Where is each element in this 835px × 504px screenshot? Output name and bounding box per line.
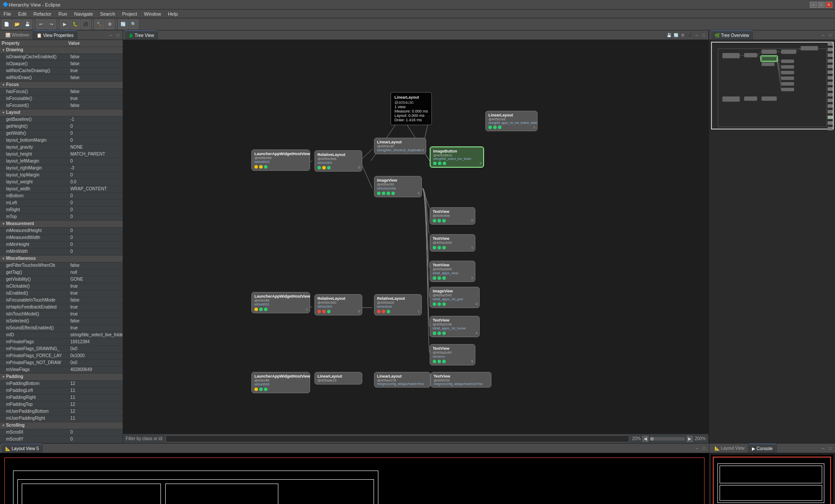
prop-layout-topMargin[interactable]: layout_topMargin 0 (0, 172, 123, 179)
prop-isOpaque[interactable]: isOpaque() false (0, 61, 123, 68)
zoom-in-btn[interactable]: ◀ (642, 436, 648, 442)
tree-node-12[interactable]: TextView @405a2c60 id/menu 5 (430, 344, 475, 365)
menu-project[interactable]: Project (119, 10, 140, 17)
console-content[interactable] (709, 453, 835, 504)
tree-node-4[interactable]: LinearLayout @405b7e8 string/all_apps_no… (485, 111, 538, 131)
group-padding[interactable]: ▼Padding (0, 374, 123, 381)
tree-node-9[interactable]: TextView @405a2000 id/all_apps_view 2 (430, 261, 475, 282)
tb-build[interactable]: 🔨 (94, 20, 104, 29)
tree-node-17[interactable]: LinearLayout @405ade10 (314, 372, 362, 385)
tree-node-5[interactable]: ImageButton @40526620 string/title_selec… (430, 146, 484, 168)
layout-maximize[interactable]: □ (701, 445, 707, 451)
prop-getBaseline[interactable]: getBaseline() -1 (0, 116, 123, 123)
tree-node-18[interactable]: LinearLayout @405ae278 integresconfig_al… (374, 372, 431, 388)
prop-mScrollY[interactable]: mScrollY 0 (0, 436, 123, 443)
prop-getWidth[interactable]: getWidth() 0 (0, 130, 123, 137)
prop-layout-height[interactable]: layout_height MATCH_PARENT (0, 151, 123, 158)
tb-open[interactable]: 📂 (12, 20, 22, 29)
tab-view-properties[interactable]: 📋 View Properties (33, 30, 77, 40)
tab-tree-view[interactable]: 🌲 Tree View (125, 30, 158, 40)
tab-layout-view-console[interactable]: 📐 Layout View (711, 444, 748, 453)
maximize-button[interactable]: □ (818, 2, 825, 8)
tree-stop-btn[interactable]: ⬛ (687, 32, 693, 38)
prop-mViewFlags[interactable]: mViewFlags 402800649 (0, 367, 123, 374)
prop-layout-leftMargin[interactable]: layout_leftMargin 0 (0, 158, 123, 165)
maximize-panel-btn[interactable]: □ (115, 32, 121, 38)
filter-input[interactable] (166, 435, 629, 442)
group-misc[interactable]: ▼Miscellaneous (0, 255, 123, 262)
menu-search[interactable]: Search (97, 10, 119, 17)
tb-new[interactable]: 📄 (2, 20, 11, 29)
menu-help[interactable]: Help (164, 10, 181, 17)
minimize-panel-btn[interactable]: ─ (108, 32, 114, 38)
prop-layout-gravity[interactable]: layout_gravity NONE (0, 144, 123, 151)
tree-node-6[interactable]: ImageView @4054c50 id/horizontal 0 (374, 176, 422, 197)
tree-node-15[interactable]: RelativeLayout @4059a28 id/vertical 1 (374, 294, 422, 315)
tree-node-3[interactable]: LinearLayout @4054c30 string/btn_shortcu… (374, 138, 426, 154)
console-maximize[interactable]: □ (827, 445, 833, 451)
prop-mPrivateFlags-FORCE[interactable]: mPrivateFlags_FORCE_LAY 0x1000 (0, 353, 123, 360)
prop-mID[interactable]: mID string/title_select_live_folder (0, 332, 123, 339)
tree-refresh-btn[interactable]: 🔄 (673, 32, 679, 38)
prop-isClickable[interactable]: isClickable() true (0, 283, 123, 290)
menu-edit[interactable]: Edit (15, 10, 30, 17)
prop-getVisibility[interactable]: getVisibility() GONE (0, 276, 123, 283)
tree-node-13[interactable]: LauncherAppWidgetHostView @43ecff8 id/0x… (251, 292, 310, 313)
prop-isSoundEffects[interactable]: isSoundEffectsEnabled() true (0, 325, 123, 332)
tree-settings-btn[interactable]: ⚙ (680, 32, 686, 38)
close-button[interactable]: ✕ (825, 2, 832, 8)
prop-mMinWidth[interactable]: mMinWidth 0 (0, 249, 123, 255)
prop-isInTouchModel[interactable]: isInTouchModel() true (0, 311, 123, 318)
overview-maximize[interactable]: □ (827, 32, 833, 38)
prop-getHeight[interactable]: getHeight() 0 (0, 123, 123, 130)
prop-mPaddingTop[interactable]: mPaddingTop 12 (0, 401, 123, 408)
prop-mMeasuredHeight[interactable]: mMeasuredHeight 0 (0, 228, 123, 235)
prop-layout-width[interactable]: layout_width WRAP_CONTENT (0, 186, 123, 193)
zoom-out-btn[interactable]: ▶ (687, 436, 693, 442)
tree-node-8[interactable]: TextView @405a1b08 1 (430, 234, 475, 252)
prop-getTag[interactable]: getTag() null (0, 269, 123, 276)
tb-refresh[interactable]: 🔄 (118, 20, 128, 29)
prop-mScrollX[interactable]: mScrollX 0 (0, 429, 123, 436)
tab-console[interactable]: ▶ Console (748, 444, 776, 453)
layout-canvas[interactable] (0, 453, 709, 504)
menu-navigate[interactable]: Navigate (70, 10, 96, 17)
menu-window[interactable]: Window (140, 10, 164, 17)
tree-close-btn[interactable]: ─ (694, 32, 700, 38)
tree-node-2[interactable]: RelativeLayout @4054c5e8 id/0xc001 0 (314, 150, 362, 172)
prop-hasFocus[interactable]: hasFocus() false (0, 89, 123, 96)
prop-mUserPaddingBottom[interactable]: mUserPaddingBottom 12 (0, 408, 123, 415)
prop-mPrivateFlags[interactable]: mPrivateFlags 16912384 (0, 339, 123, 346)
prop-mUserPaddingRight[interactable]: mUserPaddingRight 11 (0, 415, 123, 422)
tree-node-11[interactable]: TextView @405a2108 id/all_apps_2d_home 4 (430, 316, 480, 337)
overview-canvas[interactable] (709, 40, 835, 443)
prop-layout-rightMargin[interactable]: layout_rightMargin -3 (0, 165, 123, 172)
menu-run[interactable]: Run (55, 10, 70, 17)
prop-isSelected[interactable]: isSelected() false (0, 318, 123, 325)
prop-isFocusable[interactable]: isFocusable() true (0, 96, 123, 103)
minimize-button[interactable]: ─ (810, 2, 817, 8)
prop-isHapticFeedback[interactable]: isHapticFeedbackEnabled true (0, 304, 123, 311)
tree-node-16[interactable]: LauncherAppWidgetHostView @43ecff8 id/0x… (251, 372, 310, 393)
group-focus[interactable]: ▼Focus (0, 82, 123, 89)
tree-node-7[interactable]: TextView @405e908 0 (430, 207, 475, 225)
overview-minimize[interactable]: ─ (820, 32, 826, 38)
prop-mPrivateFlags-NOT[interactable]: mPrivateFlags_NOT_DRAW 0x0 (0, 360, 123, 367)
prop-isDrawingCacheEnabled[interactable]: isDrawingCacheEnabled() false (0, 54, 123, 61)
tb-stop[interactable]: ⬛ (81, 20, 90, 29)
prop-mPaddingLeft[interactable]: mPaddingLeft 11 (0, 388, 123, 395)
tb-save[interactable]: 💾 (23, 20, 32, 29)
tb-undo[interactable]: ↩ (36, 20, 46, 29)
group-scrolling[interactable]: ▼Scrolling (0, 422, 123, 429)
prop-mMeasuredWidth[interactable]: mMeasuredWidth 0 (0, 235, 123, 242)
prop-layout-bottomMargin[interactable]: layout_bottomMargin 0 (0, 137, 123, 144)
prop-layout-weight[interactable]: layout_weight 0.0 (0, 179, 123, 186)
tb-search[interactable]: 🔍 (129, 20, 138, 29)
tree-node-14[interactable]: RelativeLayout @4059c500 id/0xc001 0 (314, 294, 362, 315)
tree-node-1[interactable]: LauncherAppWidgetHostView @405b448 id/0x… (251, 149, 310, 171)
prop-willNotCacheDrawing[interactable]: willNotCacheDrawing() true (0, 68, 123, 75)
tb-redo[interactable]: ↪ (47, 20, 56, 29)
prop-getFilterTouches[interactable]: getFilterTouchesWhenOb false (0, 262, 123, 269)
tb-run[interactable]: ▶ (60, 20, 70, 29)
prop-isEnabled[interactable]: isEnabled() true (0, 290, 123, 297)
